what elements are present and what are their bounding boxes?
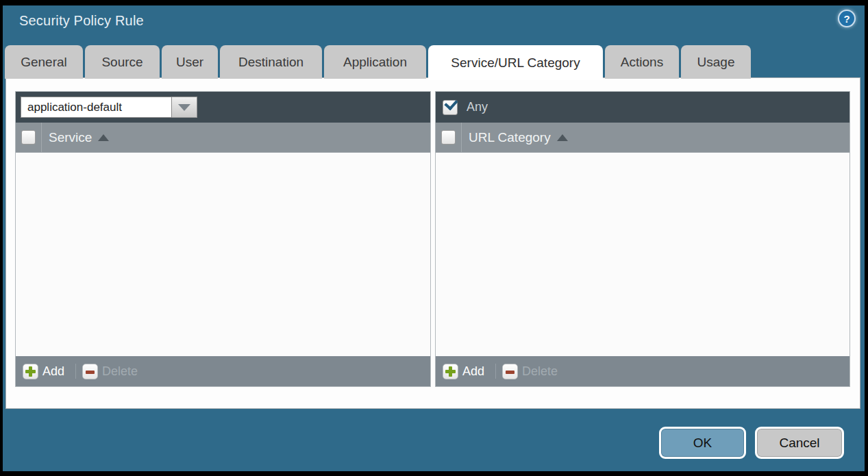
tab-label: Destination [238, 55, 303, 70]
dialog-title: Security Policy Rule [19, 12, 144, 29]
add-plus-icon [443, 364, 458, 379]
service-panel-toolbar: application-default [16, 92, 430, 123]
service-column-label: Service [49, 130, 92, 145]
add-button-label: Add [42, 364, 64, 379]
tab-label: Usage [697, 55, 735, 70]
url-category-column-label: URL Category [469, 130, 551, 145]
url-category-panel-footer: Add Delete [436, 356, 850, 386]
help-icon[interactable]: ? [838, 10, 856, 27]
tab-label: User [176, 55, 203, 70]
service-table-body [16, 153, 430, 356]
delete-button-label: Delete [522, 364, 558, 379]
url-category-select-all-checkbox[interactable] [441, 130, 456, 145]
url-category-add-button[interactable]: Add [443, 364, 484, 379]
tab-label: Application [343, 55, 407, 70]
url-category-table-body [436, 153, 850, 356]
tab-label: General [21, 55, 67, 70]
cancel-button-label: Cancel [779, 436, 819, 451]
url-category-delete-button[interactable]: Delete [502, 364, 558, 379]
sort-ascending-icon [98, 134, 109, 141]
add-button-label: Add [462, 364, 484, 379]
service-select-all-checkbox[interactable] [21, 130, 36, 145]
service-panel: application-default Service Add [15, 91, 431, 387]
security-policy-rule-dialog: Security Policy Rule ? General Source Us… [0, 0, 868, 476]
tab-label: Source [101, 55, 142, 70]
ok-button-label: OK [693, 436, 712, 451]
service-add-button[interactable]: Add [23, 364, 64, 379]
service-type-dropdown[interactable]: application-default [21, 97, 172, 118]
delete-minus-icon [82, 364, 98, 379]
tab-label: Actions [621, 55, 663, 70]
tab-general[interactable]: General [5, 45, 83, 79]
service-panel-footer: Add Delete [16, 356, 430, 386]
footer-separator [75, 364, 76, 379]
sort-ascending-icon [557, 134, 568, 141]
service-table-header: Service [16, 123, 430, 153]
tab-label: Service/URL Category [451, 55, 580, 71]
any-checkbox-label: Any [467, 100, 488, 114]
add-plus-icon [23, 364, 38, 379]
tab-destination[interactable]: Destination [220, 45, 322, 79]
delete-button-label: Delete [102, 364, 138, 379]
tab-user[interactable]: User [162, 45, 218, 79]
footer-separator [495, 364, 496, 379]
tab-bar: General Source User Destination Applicat… [5, 45, 751, 80]
service-delete-button[interactable]: Delete [82, 364, 138, 379]
tab-actions[interactable]: Actions [605, 45, 679, 79]
url-category-panel-toolbar: Any [436, 92, 850, 123]
help-icon-glyph: ? [843, 13, 850, 25]
ok-button[interactable]: OK [659, 427, 746, 459]
cancel-button[interactable]: Cancel [755, 427, 844, 459]
url-category-table-header: URL Category [436, 123, 850, 153]
url-category-header-check-cell [436, 123, 462, 152]
url-category-column-header[interactable]: URL Category [462, 130, 568, 145]
delete-minus-icon [502, 364, 518, 379]
tab-service-url-category[interactable]: Service/URL Category [428, 45, 603, 80]
service-type-dropdown-value: application-default [27, 101, 122, 114]
tab-source[interactable]: Source [85, 45, 160, 79]
any-checkbox[interactable] [443, 100, 458, 115]
tab-usage[interactable]: Usage [681, 45, 751, 79]
url-category-panel: Any URL Category Add Delete [435, 91, 850, 387]
service-column-header[interactable]: Service [42, 130, 109, 145]
service-type-dropdown-button[interactable] [172, 97, 197, 118]
service-header-check-cell [16, 123, 42, 152]
tab-application[interactable]: Application [324, 45, 426, 79]
chevron-down-icon [178, 104, 190, 111]
